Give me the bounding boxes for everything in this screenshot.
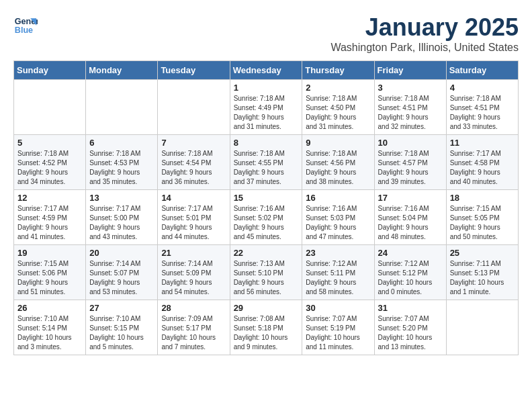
day-info: Sunrise: 7:12 AM Sunset: 5:11 PM Dayligh… (306, 259, 370, 297)
calendar-cell: 19Sunrise: 7:15 AM Sunset: 5:06 PM Dayli… (14, 245, 86, 300)
day-number: 18 (450, 193, 515, 203)
day-info: Sunrise: 7:15 AM Sunset: 5:06 PM Dayligh… (17, 259, 82, 297)
day-number: 22 (234, 248, 299, 258)
weekday-header-saturday: Saturday (446, 61, 518, 80)
day-number: 31 (378, 303, 443, 313)
calendar-cell (86, 80, 158, 135)
week-row-2: 5Sunrise: 7:18 AM Sunset: 4:52 PM Daylig… (14, 135, 519, 190)
calendar-cell (14, 80, 86, 135)
calendar-cell: 21Sunrise: 7:14 AM Sunset: 5:09 PM Dayli… (158, 245, 230, 300)
week-row-3: 12Sunrise: 7:17 AM Sunset: 4:59 PM Dayli… (14, 190, 519, 245)
day-info: Sunrise: 7:07 AM Sunset: 5:20 PM Dayligh… (378, 314, 443, 352)
day-info: Sunrise: 7:16 AM Sunset: 5:04 PM Dayligh… (378, 204, 443, 242)
day-number: 28 (161, 303, 226, 313)
weekday-header-sunday: Sunday (14, 61, 86, 80)
day-info: Sunrise: 7:18 AM Sunset: 4:51 PM Dayligh… (378, 94, 443, 132)
day-info: Sunrise: 7:18 AM Sunset: 4:56 PM Dayligh… (306, 149, 370, 187)
day-info: Sunrise: 7:10 AM Sunset: 5:15 PM Dayligh… (89, 314, 154, 352)
day-number: 3 (378, 83, 443, 93)
day-info: Sunrise: 7:08 AM Sunset: 5:18 PM Dayligh… (234, 314, 299, 352)
day-info: Sunrise: 7:12 AM Sunset: 5:12 PM Dayligh… (378, 259, 443, 297)
day-info: Sunrise: 7:09 AM Sunset: 5:17 PM Dayligh… (161, 314, 226, 352)
calendar-cell: 13Sunrise: 7:17 AM Sunset: 5:00 PM Dayli… (86, 190, 158, 245)
day-number: 17 (378, 193, 443, 203)
day-info: Sunrise: 7:18 AM Sunset: 4:54 PM Dayligh… (161, 149, 226, 187)
day-info: Sunrise: 7:16 AM Sunset: 5:02 PM Dayligh… (234, 204, 299, 242)
day-number: 16 (306, 193, 370, 203)
day-info: Sunrise: 7:18 AM Sunset: 4:55 PM Dayligh… (234, 149, 299, 187)
day-number: 19 (17, 248, 82, 258)
calendar-cell: 4Sunrise: 7:18 AM Sunset: 4:51 PM Daylig… (446, 80, 518, 135)
day-number: 5 (17, 138, 82, 148)
calendar-cell: 9Sunrise: 7:18 AM Sunset: 4:56 PM Daylig… (302, 135, 374, 190)
calendar-cell: 2Sunrise: 7:18 AM Sunset: 4:50 PM Daylig… (302, 80, 374, 135)
day-info: Sunrise: 7:16 AM Sunset: 5:03 PM Dayligh… (306, 204, 370, 242)
day-info: Sunrise: 7:17 AM Sunset: 5:01 PM Dayligh… (161, 204, 226, 242)
day-info: Sunrise: 7:18 AM Sunset: 4:52 PM Dayligh… (17, 149, 82, 187)
svg-text:Blue: Blue (15, 26, 33, 35)
week-row-4: 19Sunrise: 7:15 AM Sunset: 5:06 PM Dayli… (14, 245, 519, 300)
calendar-cell: 25Sunrise: 7:11 AM Sunset: 5:13 PM Dayli… (446, 245, 518, 300)
day-number: 27 (89, 303, 154, 313)
day-info: Sunrise: 7:18 AM Sunset: 4:57 PM Dayligh… (378, 149, 443, 187)
day-info: Sunrise: 7:17 AM Sunset: 4:58 PM Dayligh… (450, 149, 515, 187)
calendar-cell: 31Sunrise: 7:07 AM Sunset: 5:20 PM Dayli… (374, 300, 446, 355)
day-info: Sunrise: 7:18 AM Sunset: 4:51 PM Dayligh… (450, 94, 515, 132)
day-info: Sunrise: 7:15 AM Sunset: 5:05 PM Dayligh… (450, 204, 515, 242)
day-info: Sunrise: 7:18 AM Sunset: 4:49 PM Dayligh… (234, 94, 299, 132)
day-number: 7 (161, 138, 226, 148)
calendar-cell (158, 80, 230, 135)
day-number: 29 (234, 303, 299, 313)
calendar-cell: 16Sunrise: 7:16 AM Sunset: 5:03 PM Dayli… (302, 190, 374, 245)
calendar-cell (446, 300, 518, 355)
day-number: 15 (234, 193, 299, 203)
calendar-subtitle: Washington Park, Illinois, United States (330, 42, 519, 54)
calendar-cell: 10Sunrise: 7:18 AM Sunset: 4:57 PM Dayli… (374, 135, 446, 190)
calendar-title: January 2025 (330, 13, 519, 42)
day-number: 20 (89, 248, 154, 258)
day-info: Sunrise: 7:11 AM Sunset: 5:13 PM Dayligh… (450, 259, 515, 297)
day-number: 2 (306, 83, 370, 93)
day-info: Sunrise: 7:18 AM Sunset: 4:50 PM Dayligh… (306, 94, 370, 132)
calendar-table: SundayMondayTuesdayWednesdayThursdayFrid… (13, 60, 519, 355)
calendar-cell: 5Sunrise: 7:18 AM Sunset: 4:52 PM Daylig… (14, 135, 86, 190)
weekday-header-row: SundayMondayTuesdayWednesdayThursdayFrid… (14, 61, 519, 80)
header: General Blue January 2025 Washington Par… (13, 13, 519, 54)
day-number: 14 (161, 193, 226, 203)
day-info: Sunrise: 7:14 AM Sunset: 5:07 PM Dayligh… (89, 259, 154, 297)
day-info: Sunrise: 7:13 AM Sunset: 5:10 PM Dayligh… (234, 259, 299, 297)
calendar-cell: 1Sunrise: 7:18 AM Sunset: 4:49 PM Daylig… (230, 80, 302, 135)
calendar-cell: 20Sunrise: 7:14 AM Sunset: 5:07 PM Dayli… (86, 245, 158, 300)
day-number: 21 (161, 248, 226, 258)
day-number: 30 (306, 303, 370, 313)
calendar-cell: 3Sunrise: 7:18 AM Sunset: 4:51 PM Daylig… (374, 80, 446, 135)
calendar-cell: 14Sunrise: 7:17 AM Sunset: 5:01 PM Dayli… (158, 190, 230, 245)
calendar-cell: 6Sunrise: 7:18 AM Sunset: 4:53 PM Daylig… (86, 135, 158, 190)
day-number: 13 (89, 193, 154, 203)
logo-icon: General Blue (13, 13, 38, 38)
day-info: Sunrise: 7:10 AM Sunset: 5:14 PM Dayligh… (17, 314, 82, 352)
day-info: Sunrise: 7:17 AM Sunset: 5:00 PM Dayligh… (89, 204, 154, 242)
calendar-cell: 29Sunrise: 7:08 AM Sunset: 5:18 PM Dayli… (230, 300, 302, 355)
weekday-header-thursday: Thursday (302, 61, 374, 80)
calendar-cell: 8Sunrise: 7:18 AM Sunset: 4:55 PM Daylig… (230, 135, 302, 190)
calendar-cell: 22Sunrise: 7:13 AM Sunset: 5:10 PM Dayli… (230, 245, 302, 300)
day-number: 24 (378, 248, 443, 258)
title-area: January 2025 Washington Park, Illinois, … (330, 13, 519, 54)
weekday-header-wednesday: Wednesday (230, 61, 302, 80)
calendar-cell: 23Sunrise: 7:12 AM Sunset: 5:11 PM Dayli… (302, 245, 374, 300)
day-number: 8 (234, 138, 299, 148)
day-number: 4 (450, 83, 515, 93)
calendar-cell: 30Sunrise: 7:07 AM Sunset: 5:19 PM Dayli… (302, 300, 374, 355)
calendar-cell: 24Sunrise: 7:12 AM Sunset: 5:12 PM Dayli… (374, 245, 446, 300)
calendar-cell: 12Sunrise: 7:17 AM Sunset: 4:59 PM Dayli… (14, 190, 86, 245)
weekday-header-friday: Friday (374, 61, 446, 80)
calendar-cell: 17Sunrise: 7:16 AM Sunset: 5:04 PM Dayli… (374, 190, 446, 245)
day-number: 11 (450, 138, 515, 148)
day-number: 10 (378, 138, 443, 148)
day-info: Sunrise: 7:18 AM Sunset: 4:53 PM Dayligh… (89, 149, 154, 187)
day-number: 23 (306, 248, 370, 258)
calendar-cell: 26Sunrise: 7:10 AM Sunset: 5:14 PM Dayli… (14, 300, 86, 355)
week-row-5: 26Sunrise: 7:10 AM Sunset: 5:14 PM Dayli… (14, 300, 519, 355)
day-info: Sunrise: 7:17 AM Sunset: 4:59 PM Dayligh… (17, 204, 82, 242)
